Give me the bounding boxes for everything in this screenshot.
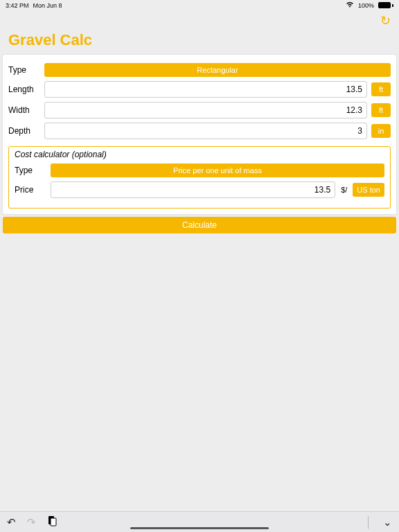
home-indicator (130, 527, 269, 529)
shape-type-row: Type Rectangular (8, 63, 391, 77)
status-time: 3:42 PM (6, 2, 29, 9)
svg-rect-1 (51, 518, 56, 526)
divider-icon: │ (366, 516, 372, 528)
status-date: Mon Jun 8 (33, 2, 62, 9)
cost-section-title: Cost calculator (optional) (15, 150, 384, 159)
calculator-card: Type Rectangular Length ft Width ft Dept… (3, 55, 396, 214)
depth-unit-button[interactable]: in (371, 124, 391, 138)
battery-icon (378, 2, 393, 8)
calculate-button[interactable]: Calculate (3, 217, 396, 233)
clipboard-icon[interactable] (47, 515, 57, 529)
depth-row: Depth in (8, 123, 391, 139)
undo-icon[interactable]: ↶ (7, 516, 16, 529)
price-unit-button[interactable]: US ton (353, 183, 384, 197)
price-type-row: Type Price per one unit of mass (15, 163, 384, 177)
length-unit-button[interactable]: ft (371, 82, 391, 96)
shape-selector[interactable]: Rectangular (44, 63, 391, 77)
price-row: Price $/ US ton (15, 181, 384, 198)
status-bar: 3:42 PM Mon Jun 8 100% (0, 0, 399, 10)
width-row: Width ft (8, 102, 391, 118)
cost-calculator-section: Cost calculator (optional) Type Price pe… (8, 146, 391, 209)
wifi-icon (346, 1, 354, 9)
length-label: Length (8, 85, 40, 94)
width-unit-button[interactable]: ft (371, 103, 391, 117)
length-input[interactable] (44, 81, 367, 98)
depth-input[interactable] (44, 123, 367, 139)
refresh-icon[interactable]: ↻ (380, 13, 391, 28)
chevron-down-icon[interactable]: ⌄ (383, 516, 392, 529)
price-suffix: $/ (339, 186, 348, 194)
price-type-selector[interactable]: Price per one unit of mass (51, 163, 384, 177)
cost-type-label: Type (15, 166, 46, 175)
length-row: Length ft (8, 81, 391, 98)
app-title: Gravel Calc (0, 28, 399, 55)
battery-percent: 100% (358, 2, 374, 9)
depth-label: Depth (8, 126, 40, 136)
width-label: Width (8, 105, 40, 115)
type-label: Type (8, 65, 40, 75)
width-input[interactable] (44, 102, 367, 118)
price-label: Price (15, 185, 46, 195)
bottom-toolbar: ↶ ↷ │ ⌄ (0, 511, 399, 532)
price-input[interactable] (51, 181, 335, 198)
redo-icon[interactable]: ↷ (27, 516, 36, 529)
